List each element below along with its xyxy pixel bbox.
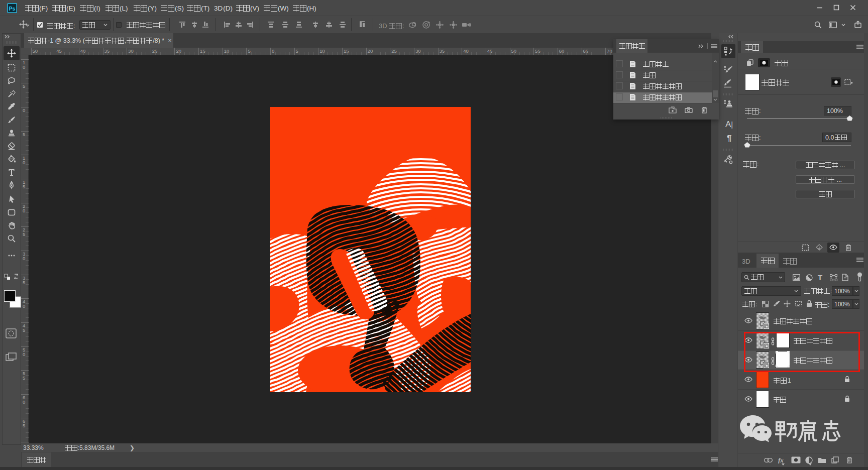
svg-text:fx: fx: [778, 457, 784, 463]
svg-text:Ps: Ps: [9, 6, 16, 12]
